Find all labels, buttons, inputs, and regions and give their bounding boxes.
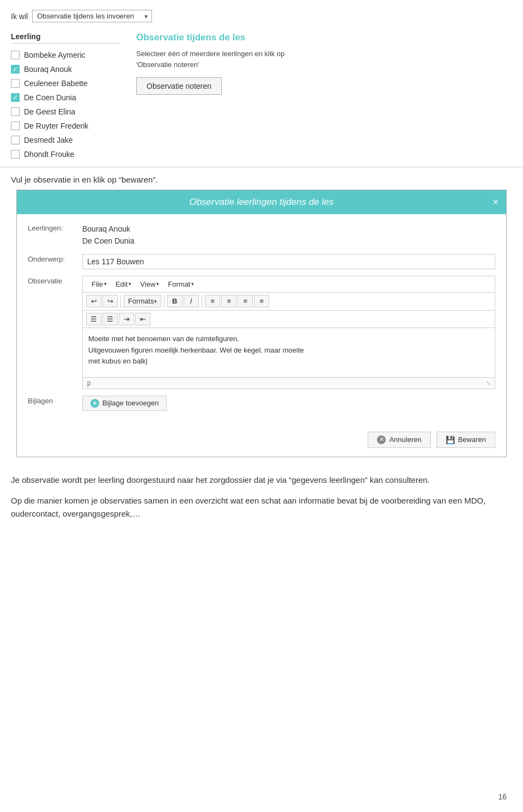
plus-circle-icon: + — [90, 399, 99, 408]
list-item: ✓ Bouraq Anouk — [11, 62, 120, 76]
student-name: De Geest Elina — [24, 107, 75, 116]
observatie-label: Observatie — [28, 276, 82, 285]
modal-container: Observatie leerlingen tijdens de les × L… — [16, 190, 507, 457]
indent-button[interactable]: ⇥ — [119, 313, 134, 325]
editor-container: File ▾ Edit ▾ View ▾ Format — [82, 276, 495, 389]
leerlingen-label: Leerlingen: — [28, 223, 82, 232]
leerlingen-row: Leerlingen: Bouraq Anouk De Coen Dunia — [28, 223, 495, 247]
save-icon: 💾 — [446, 435, 455, 444]
status-tag: p — [87, 379, 91, 387]
ik-wil-select-wrapper[interactable]: Observatie tijdens les invoeren — [32, 10, 152, 22]
toolbar-separator-3 — [202, 295, 202, 308]
editor-toolbar-row2: ☰ ☰ ⇥ ⇤ — [83, 311, 495, 328]
list-ol-button[interactable]: ☰ — [102, 313, 118, 325]
checkbox-desmedt[interactable] — [11, 136, 20, 144]
observatie-title: Observatie tijdens de les — [136, 32, 512, 43]
checkbox-degeest[interactable] — [11, 107, 20, 116]
bold-button[interactable]: B — [167, 295, 183, 307]
italic-button[interactable]: I — [184, 295, 199, 307]
editor-toolbar-row1: ↩ ↪ Formats ▾ B I ≡ ≡ ≡ — [83, 293, 495, 311]
formats-arrow: ▾ — [154, 299, 157, 304]
observatie-right: Observatie tijdens de les Selecteer één … — [136, 32, 512, 161]
student-name: Dhondt Frouke — [24, 150, 75, 159]
student-name: Desmedt Jake — [24, 136, 72, 144]
onderwerp-label: Onderwerp: — [28, 254, 82, 263]
menu-view[interactable]: View ▾ — [136, 278, 163, 290]
leerling-header: Leerling — [11, 32, 120, 44]
checkbox-decoen[interactable]: ✓ — [11, 93, 20, 102]
onderwerp-input[interactable] — [82, 254, 495, 269]
list-ul-button[interactable]: ☰ — [86, 313, 101, 325]
modal-close-button[interactable]: × — [492, 197, 498, 208]
modal-title: Observatie leerlingen tijdens de les — [190, 197, 334, 207]
modal-body: Leerlingen: Bouraq Anouk De Coen Dunia O… — [17, 214, 506, 426]
resize-handle-icon[interactable]: ⤡ — [486, 380, 490, 386]
menu-file[interactable]: File ▾ — [87, 278, 111, 290]
redo-button[interactable]: ↪ — [102, 295, 118, 307]
menu-view-arrow: ▾ — [156, 281, 159, 287]
instruction-text: Vul je observatie in en klik op “bewaren… — [0, 167, 523, 190]
menu-edit[interactable]: Edit ▾ — [111, 278, 136, 290]
ik-wil-select[interactable]: Observatie tijdens les invoeren — [32, 10, 152, 22]
list-item: ✓ De Coen Dunia — [11, 90, 120, 105]
formats-button[interactable]: Formats ▾ — [124, 295, 161, 307]
leerling-column: Leerling Bombeke Aymeric ✓ Bouraq Anouk … — [11, 32, 120, 161]
modal-header: Observatie leerlingen tijdens de les × — [17, 190, 506, 214]
checkbox-dhondt[interactable] — [11, 150, 20, 159]
menu-format[interactable]: Format ▾ — [163, 278, 198, 290]
bijlagen-row: Bijlagen + Bijlage toevoegen — [28, 396, 495, 411]
align-left-button[interactable]: ≡ — [205, 295, 220, 307]
toolbar-separator-1 — [120, 295, 121, 308]
list-item: Ceuleneer Babette — [11, 76, 120, 90]
list-item: De Geest Elina — [11, 105, 120, 119]
editor-content[interactable]: Moeite met het benoemen van de ruimtefig… — [83, 328, 495, 377]
student-name: Ceuleneer Babette — [24, 79, 88, 88]
align-justify-button[interactable]: ≡ — [254, 295, 269, 307]
observatie-row: Observatie File ▾ Edit ▾ View — [28, 276, 495, 389]
bijlage-toevoegen-button[interactable]: + Bijlage toevoegen — [82, 396, 167, 411]
page-number: 16 — [498, 792, 507, 801]
checkbox-ceuleneer[interactable] — [11, 79, 20, 88]
top-section: Ik wil Observatie tijdens les invoeren L… — [0, 0, 523, 167]
ik-wil-bar: Ik wil Observatie tijdens les invoeren — [11, 10, 512, 22]
list-item: De Ruyter Frederik — [11, 119, 120, 133]
modal-footer: ✕ Annuleren 💾 Bewaren — [17, 426, 506, 457]
menu-file-arrow: ▾ — [104, 281, 107, 287]
ik-wil-label: Ik wil — [11, 12, 28, 21]
observatie-desc: Selecteer één of meerdere leerlingen en … — [136, 49, 512, 70]
editor-menubar: File ▾ Edit ▾ View ▾ Format — [83, 276, 495, 293]
checkbox-bombeke[interactable] — [11, 51, 20, 59]
student-name: De Coen Dunia — [24, 93, 76, 102]
student-name: De Ruyter Frederik — [24, 122, 88, 130]
bottom-text: Je observatie wordt per leerling doorges… — [0, 465, 523, 534]
list-item: Dhondt Frouke — [11, 147, 120, 161]
editor-status-bar: p ⤡ — [83, 377, 495, 389]
cancel-icon: ✕ — [377, 435, 386, 444]
align-right-button[interactable]: ≡ — [238, 295, 253, 307]
leerlingen-value: Bouraq Anouk De Coen Dunia — [82, 223, 135, 247]
content-line3: met kubus en balk| — [88, 356, 489, 367]
list-item: Desmedt Jake — [11, 133, 120, 147]
content-line1: Moeite met het benoemen van de ruimtefig… — [88, 334, 489, 345]
student-name: Bouraq Anouk — [24, 65, 72, 74]
bewaren-button[interactable]: 💾 Bewaren — [436, 432, 495, 448]
menu-edit-arrow: ▾ — [129, 281, 131, 287]
toolbar-separator-2 — [164, 295, 165, 308]
bijlagen-content: + Bijlage toevoegen — [82, 396, 167, 411]
list-item: Bombeke Aymeric — [11, 48, 120, 62]
undo-button[interactable]: ↩ — [86, 295, 101, 307]
annuleren-button[interactable]: ✕ Annuleren — [368, 432, 430, 448]
content-line2: Uitgevouwen figuren moeilijk herkenbaar.… — [88, 345, 489, 356]
checkbox-bouraq[interactable]: ✓ — [11, 65, 20, 74]
observatie-noteren-button[interactable]: Observatie noteren — [136, 77, 222, 95]
outdent-button[interactable]: ⇤ — [135, 313, 150, 325]
student-name: Bombeke Aymeric — [24, 51, 86, 59]
modal-wrapper: Observatie leerlingen tijdens de les × L… — [0, 190, 523, 465]
onderwerp-row: Onderwerp: — [28, 254, 495, 269]
menu-format-arrow: ▾ — [191, 281, 194, 287]
onderwerp-input-wrapper — [82, 254, 495, 269]
main-content-top: Leerling Bombeke Aymeric ✓ Bouraq Anouk … — [11, 32, 512, 161]
bottom-paragraph-1: Je observatie wordt per leerling doorges… — [11, 474, 512, 487]
checkbox-deruyter[interactable] — [11, 122, 20, 130]
align-center-button[interactable]: ≡ — [221, 295, 236, 307]
